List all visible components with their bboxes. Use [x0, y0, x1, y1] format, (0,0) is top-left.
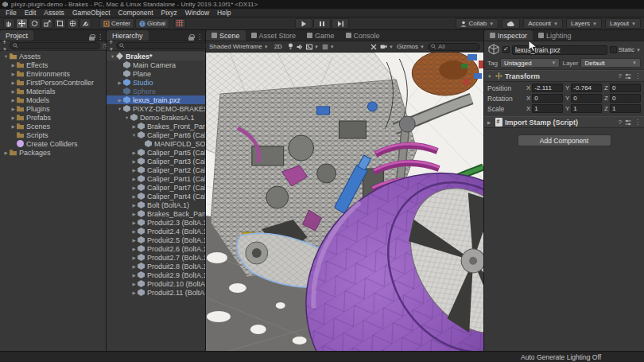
foldout-arrow[interactable]: ▶: [130, 238, 138, 243]
grid-snap-button[interactable]: [174, 18, 186, 29]
project-search[interactable]: [10, 42, 100, 49]
foldout-arrow[interactable]: ▶: [130, 247, 138, 251]
2d-toggle[interactable]: 2D: [272, 43, 285, 50]
hierarchy-tree-row[interactable]: ▶ Produit2.4 (BoltA.1): [107, 227, 205, 235]
hand-tool-button[interactable]: [3, 18, 15, 29]
project-tree-row[interactable]: ▶ Models: [0, 95, 106, 104]
hierarchy-tree-row[interactable]: ▶ Caliper_Part4 (Caliper_Par: [107, 192, 205, 200]
lock-icon[interactable]: [188, 34, 194, 41]
hierarchy-tree-row[interactable]: ▶ Produit2.5 (BoltA.1): [107, 235, 205, 244]
foldout-arrow[interactable]: ▶: [116, 98, 123, 103]
component-menu-icon[interactable]: ⋮: [634, 119, 641, 126]
foldout-arrow[interactable]: ▶: [10, 63, 17, 68]
project-tree-row[interactable]: ▶ Packages: [0, 148, 106, 157]
hierarchy-tree-row[interactable]: ▶ Produit2.7 (BoltA.1): [107, 253, 205, 262]
foldout-arrow[interactable]: ▶: [130, 229, 138, 234]
foldout-arrow[interactable]: ▶: [130, 203, 138, 208]
pause-button[interactable]: [313, 18, 331, 29]
hierarchy-tree-row[interactable]: ▶ Brakes_Back_Part (Brakes: [107, 209, 205, 218]
presets-icon[interactable]: [625, 119, 631, 126]
foldout-arrow[interactable]: ▶: [130, 150, 138, 155]
gizmos-dropdown[interactable]: Gizmos ▼: [397, 43, 425, 50]
foldout-arrow[interactable]: ▶: [2, 150, 10, 155]
hierarchy-tree-row[interactable]: MANIFOLD_SOLID_BREP: [107, 139, 205, 148]
layout-dropdown[interactable]: Layout▼: [605, 18, 641, 29]
add-component-button[interactable]: Add Component: [518, 134, 611, 146]
hierarchy-tree-row[interactable]: Plane: [107, 69, 205, 78]
scene-lighting-toggle-icon[interactable]: [288, 43, 293, 50]
transform-tool-button[interactable]: [67, 18, 79, 29]
account-dropdown[interactable]: Account▼: [523, 18, 563, 29]
help-icon[interactable]: ?: [619, 72, 622, 80]
foldout-arrow[interactable]: ▶: [130, 194, 138, 199]
menu-item[interactable]: Assets: [40, 9, 68, 17]
hierarchy-tree-row[interactable]: ▶ Caliper_Part7 (Caliper_Par: [107, 183, 205, 192]
scale-x-field[interactable]: 1: [532, 104, 563, 113]
hierarchy-tree-row[interactable]: ▶ Produit2.10 (BoltA.1): [107, 279, 205, 288]
hierarchy-tree-row[interactable]: ▶ Bolt (BoltA.1): [107, 200, 205, 209]
menu-item[interactable]: Component: [114, 9, 157, 17]
hierarchy-search-input[interactable]: [126, 42, 204, 49]
scale-tool-button[interactable]: [41, 18, 53, 29]
scene-search[interactable]: All: [428, 43, 480, 51]
pivot-toggle-button[interactable]: Center: [99, 18, 134, 29]
project-tree-row[interactable]: ▶ Scenes: [0, 122, 106, 130]
foldout-arrow[interactable]: ▶: [10, 107, 17, 111]
rotation-y-field[interactable]: 0: [571, 94, 602, 103]
foldout-arrow[interactable]: ▶: [10, 115, 17, 120]
view-tab[interactable]: Game: [301, 30, 340, 41]
hierarchy-tree-row[interactable]: ▼ Brakes*: [107, 52, 205, 60]
hierarchy-tree-row[interactable]: ▶ Studio: [107, 78, 205, 87]
layer-dropdown[interactable]: Default ▼: [580, 58, 641, 68]
presets-icon[interactable]: [625, 73, 631, 80]
hierarchy-tree-row[interactable]: ▶ Produit2.3 (BoltA.1): [107, 218, 205, 227]
hierarchy-tree-row[interactable]: ▶ Produit2.9 (BoltA.1): [107, 271, 205, 279]
foldout-arrow[interactable]: ▶: [116, 80, 123, 85]
rotate-tool-button[interactable]: [29, 18, 41, 29]
hierarchy-tree-row[interactable]: ▶ Caliper_Part1 (Caliper_Part: [107, 174, 205, 183]
foldout-arrow[interactable]: ▶: [130, 255, 138, 260]
play-button[interactable]: [295, 18, 312, 29]
project-tree-row[interactable]: ▶ Materials: [0, 87, 106, 95]
hierarchy-tree-row[interactable]: ▼ PiXYZ-DEMO-BRAKES.catprod: [107, 104, 205, 113]
inspector-tab[interactable]: Lighting: [533, 30, 577, 41]
hierarchy-tree-row[interactable]: ▶ Produit2.11 (BoltA.1): [107, 288, 205, 297]
inspector-tab[interactable]: Inspector: [484, 30, 533, 41]
project-tree-row[interactable]: ▶ Plugins: [0, 104, 106, 113]
transform-component-header[interactable]: ▼ Transform ? ⋮: [484, 70, 644, 82]
project-tree-row[interactable]: ▶ Prefabs: [0, 113, 106, 122]
hierarchy-tree-row[interactable]: ▼ Caliper_Part6 (Caliper_Par: [107, 130, 205, 139]
foldout-arrow[interactable]: ▶: [130, 185, 138, 190]
layers-dropdown[interactable]: Layers▼: [566, 18, 602, 29]
project-tree-row[interactable]: Create Colliders: [0, 139, 106, 148]
panel-menu-icon[interactable]: ⋮: [196, 33, 203, 41]
effects-dropdown[interactable]: ▼: [306, 44, 319, 50]
custom-tool-button[interactable]: [80, 18, 91, 29]
hierarchy-tree-row[interactable]: ▶ Caliper_Part5 (Caliper_Par: [107, 148, 205, 157]
foldout-arrow[interactable]: ▼: [130, 133, 138, 138]
foldout-arrow[interactable]: ▶: [130, 177, 138, 181]
foldout-arrow[interactable]: ▶: [130, 124, 138, 129]
lock-icon[interactable]: [89, 34, 95, 41]
foldout-arrow[interactable]: ▶: [10, 89, 17, 94]
menu-item[interactable]: Edit: [21, 9, 41, 17]
hierarchy-tree-row[interactable]: Sphere: [107, 87, 205, 95]
menu-item[interactable]: File: [2, 9, 21, 17]
foldout-arrow[interactable]: ▶: [130, 212, 138, 216]
hierarchy-tree-row[interactable]: ▶ Produit2.8 (BoltA.1): [107, 262, 205, 271]
step-button[interactable]: [332, 18, 349, 29]
tool-settings-icon[interactable]: [370, 44, 377, 50]
view-tab[interactable]: Asset Store: [246, 30, 302, 41]
project-tree-row[interactable]: ▼ Assets: [0, 52, 106, 60]
grid-visibility-dropdown[interactable]: ▼: [322, 44, 335, 50]
foldout-arrow[interactable]: ▶: [10, 98, 17, 103]
project-tree-row[interactable]: ▶ Effects: [0, 60, 106, 69]
hierarchy-tree-row[interactable]: Main Camera: [107, 60, 205, 69]
menu-item[interactable]: Pixyz: [157, 9, 181, 17]
help-icon[interactable]: ?: [619, 119, 622, 126]
foldout-arrow[interactable]: ▼: [109, 54, 116, 59]
rotation-x-field[interactable]: 0: [532, 94, 563, 103]
foldout-arrow[interactable]: ▼: [487, 74, 493, 79]
hierarchy-tree-row[interactable]: ▶ Caliper_Part3 (Caliper_Par: [107, 157, 205, 165]
panel-menu-icon[interactable]: ⋮: [97, 33, 103, 41]
